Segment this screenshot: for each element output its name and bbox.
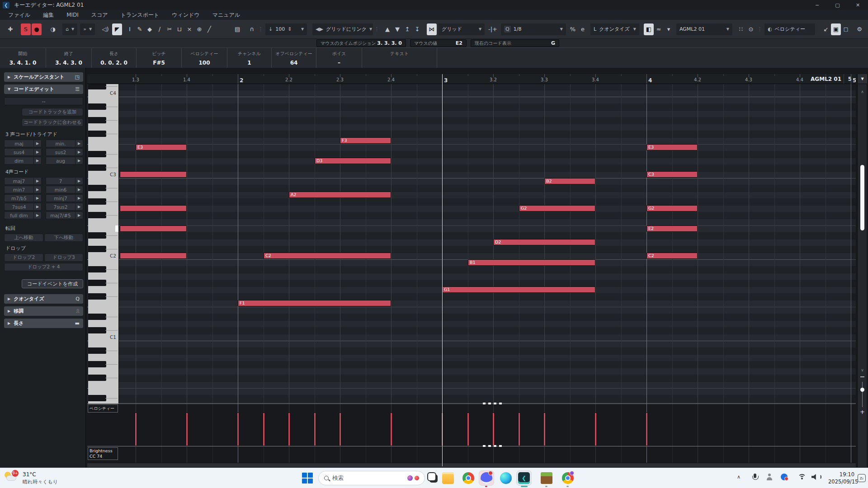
chord-apply-arrow-icon[interactable]: ▶ xyxy=(75,178,83,184)
edge-icon[interactable] xyxy=(500,472,512,484)
line-tool[interactable]: ╱ xyxy=(204,23,214,35)
velocity-stem[interactable] xyxy=(135,413,137,446)
piano-key[interactable] xyxy=(88,192,118,198)
menu-編集[interactable]: 編集 xyxy=(37,11,60,19)
black-key[interactable] xyxy=(88,246,106,252)
section-scale-assistant[interactable]: ▶ スケールアシスタント ◳ xyxy=(4,72,83,82)
solo-button[interactable]: S xyxy=(21,23,31,35)
midi-note-F3[interactable]: F3 xyxy=(340,137,391,144)
piano-key[interactable] xyxy=(88,225,118,232)
wifi-icon[interactable] xyxy=(798,474,806,480)
midi-note-E2[interactable] xyxy=(120,225,187,232)
minimize-button[interactable]: ─ xyxy=(807,0,827,10)
chord-m7/b5-button[interactable]: m7/b5▶ xyxy=(4,194,42,202)
velocity-stem[interactable] xyxy=(314,413,316,446)
microphone-icon[interactable] xyxy=(751,474,759,482)
black-key[interactable] xyxy=(88,103,106,110)
grid-overlay-icon[interactable]: ∷ xyxy=(736,23,746,35)
velocity-lane[interactable] xyxy=(119,404,856,465)
velocity-stem[interactable] xyxy=(594,413,597,446)
black-key[interactable] xyxy=(88,361,106,367)
velocity-stem[interactable] xyxy=(543,413,546,446)
project-cursor[interactable] xyxy=(442,74,443,466)
maximize-button[interactable]: ▢ xyxy=(827,0,848,10)
piano-key[interactable] xyxy=(88,137,118,144)
chord-apply-arrow-icon[interactable]: ▶ xyxy=(75,186,83,193)
zoom-slider-handle[interactable] xyxy=(860,388,864,392)
open-in-lower-zone-icon[interactable]: ↙ xyxy=(821,23,831,35)
add-chord-track-button[interactable]: コードトラックを追加 xyxy=(22,108,83,116)
black-key[interactable] xyxy=(88,266,106,272)
section-transpose[interactable]: ▶ 移調 ⎍ xyxy=(4,306,83,316)
iterative-quantize-icon[interactable]: % xyxy=(568,23,578,35)
black-key[interactable] xyxy=(88,314,106,320)
grid-type-select[interactable]: グリッド▼ xyxy=(439,23,485,35)
piano-key[interactable] xyxy=(88,124,118,131)
chord-sus4-button[interactable]: sus4▶ xyxy=(4,148,42,156)
erase-tool[interactable]: ◆ xyxy=(145,23,155,35)
black-key[interactable] xyxy=(88,293,106,300)
drop2-button[interactable]: ドロップ2 xyxy=(4,253,43,262)
piano-key[interactable]: C2 xyxy=(88,253,118,259)
piano-key[interactable] xyxy=(88,273,118,280)
open-window-icon[interactable]: ◳ xyxy=(75,74,80,80)
midi-note-E3[interactable]: E3 xyxy=(646,144,698,150)
chord-minj7-button[interactable]: minj7▶ xyxy=(46,194,83,202)
menu-ウィンドウ[interactable]: ウィンドウ xyxy=(165,11,206,19)
zoom-slider-track[interactable] xyxy=(862,382,863,407)
velocity-stem[interactable] xyxy=(518,413,520,446)
event-colors-select[interactable]: ◐ベロシティー xyxy=(764,23,815,35)
piano-key[interactable]: C1 xyxy=(88,334,118,341)
black-key[interactable] xyxy=(88,185,106,191)
info-長さ[interactable]: 長さ0. 0. 2. 0 xyxy=(92,48,137,68)
length-quantize-select[interactable]: Lクオンタイズ▼ xyxy=(590,23,639,35)
chord-7sus4-button[interactable]: 7sus4▶ xyxy=(4,203,42,211)
black-key[interactable] xyxy=(88,280,106,286)
info-終了[interactable]: 終了3. 4. 3. 0 xyxy=(46,48,92,68)
acoustic-feedback-icon[interactable]: ◁) xyxy=(100,23,110,35)
piano-key[interactable] xyxy=(88,286,118,293)
menu-マニュアル[interactable]: マニュアル xyxy=(206,11,246,19)
quantize-edit-icon[interactable]: e xyxy=(578,23,588,35)
chord-apply-arrow-icon[interactable]: ▶ xyxy=(75,149,83,155)
window-zones-icon[interactable]: ◻ xyxy=(841,23,851,35)
drop24-button[interactable]: ドロップ2 + 4 xyxy=(4,263,83,271)
close-button[interactable]: ✕ xyxy=(848,0,868,10)
piano-key[interactable] xyxy=(88,110,118,117)
chord-full dim-button[interactable]: full dim▶ xyxy=(4,211,42,219)
zoom-out-icon[interactable] xyxy=(860,376,864,377)
chord-dim-button[interactable]: dim▶ xyxy=(4,157,42,164)
chord-apply-arrow-icon[interactable]: ▶ xyxy=(34,195,41,202)
chord-apply-arrow-icon[interactable]: ▶ xyxy=(34,212,41,219)
info-ボイス[interactable]: ボイス– xyxy=(316,48,362,68)
scrollbar-thumb[interactable] xyxy=(860,165,864,230)
chord-aug-button[interactable]: aug▶ xyxy=(46,157,83,164)
section-length[interactable]: ▶ 長さ ▬ xyxy=(4,319,83,328)
note-grid[interactable]: E3F1C2A2D3F3G1B1D2G2B2E3C3G2E2C2 xyxy=(119,84,856,404)
velocity-stem[interactable] xyxy=(263,413,265,446)
midi-note-E2[interactable]: E2 xyxy=(646,225,698,232)
piano-key[interactable] xyxy=(88,381,118,388)
piano-key[interactable] xyxy=(88,178,118,185)
info-オフベロシティー[interactable]: オフベロシティー64 xyxy=(272,48,316,68)
info-ベロシティー[interactable]: ベロシティー100 xyxy=(182,48,227,68)
notification-icon[interactable]: zz xyxy=(858,474,866,482)
piano-key[interactable] xyxy=(88,259,118,266)
midi-note-E3[interactable]: E3 xyxy=(136,144,187,150)
section-chord-edit[interactable]: ▼ コードエディット ☰ xyxy=(4,84,83,94)
drop3-button[interactable]: ドロップ3 xyxy=(44,253,84,262)
menu-トランスポート[interactable]: トランスポート xyxy=(114,11,166,19)
part-select[interactable]: AGML2 01▼ xyxy=(676,23,732,35)
velocity-stem[interactable] xyxy=(237,413,239,446)
midi-note-D3[interactable]: D3 xyxy=(315,158,391,164)
chord-apply-arrow-icon[interactable]: ▶ xyxy=(34,157,41,164)
move-octave-up-icon[interactable]: ↥ xyxy=(402,23,412,35)
curve-icon[interactable]: ∩ xyxy=(247,23,257,35)
chrome-icon[interactable] xyxy=(462,472,474,484)
chord-apply-arrow-icon[interactable]: ▶ xyxy=(34,178,41,184)
chord-apply-arrow-icon[interactable]: ▶ xyxy=(34,140,41,147)
midi-note-G2[interactable] xyxy=(120,205,187,211)
length-quantize-field[interactable]: ◀▶グリッドにリンク▼ xyxy=(312,23,373,35)
piano-key[interactable] xyxy=(88,158,118,164)
piano-key[interactable] xyxy=(88,205,118,212)
